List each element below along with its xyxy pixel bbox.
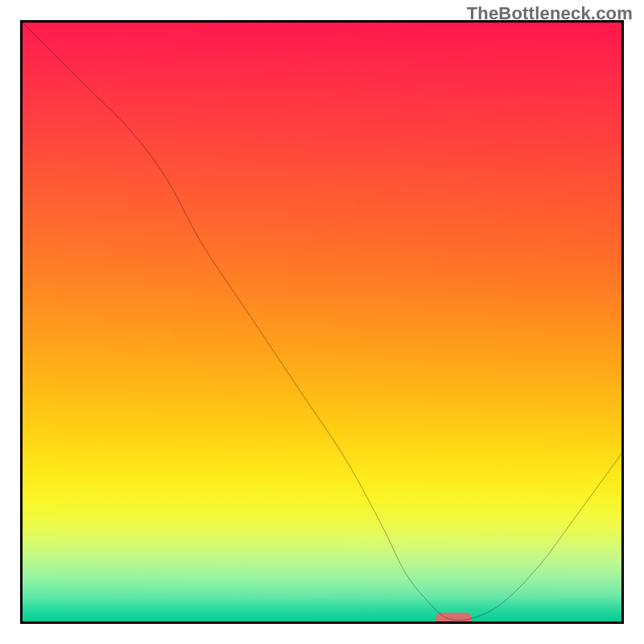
plot-area	[20, 20, 624, 624]
watermark-text: TheBottleneck.com	[467, 3, 633, 24]
chart-stage: TheBottleneck.com	[0, 0, 644, 644]
bottleneck-curve	[23, 23, 621, 621]
curve-path	[23, 23, 621, 621]
